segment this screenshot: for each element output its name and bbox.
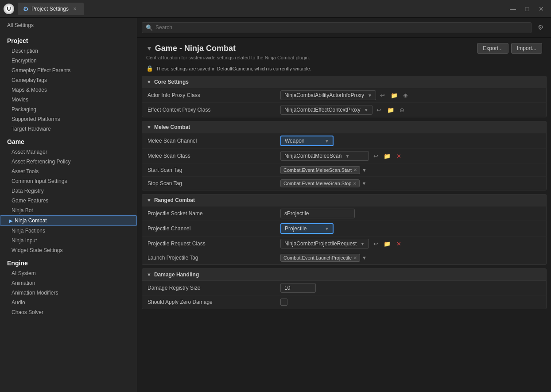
projectile-channel-dropdown[interactable]: Projectile ▼ bbox=[280, 223, 334, 234]
start-scan-tag-item: Combat.Event.MeleeScan.Start ✕ bbox=[280, 166, 360, 174]
sidebar-item-maps-modes[interactable]: Maps & Modes bbox=[0, 85, 137, 95]
row-melee-scan-class: Melee Scan Class NinjaCombatMeleeScan ▼ … bbox=[142, 149, 546, 163]
settings-content: ▼ Core Settings Actor Info Proxy Class N… bbox=[137, 74, 551, 314]
value-melee-scan-channel: Weapon ▼ bbox=[280, 136, 541, 146]
ue-logo: U bbox=[4, 4, 14, 14]
sidebar-all-settings[interactable]: All Settings bbox=[0, 18, 137, 33]
row-actor-info-proxy-class: Actor Info Proxy Class NinjaCombatAbilit… bbox=[142, 88, 546, 103]
sidebar-item-ninja-bot[interactable]: Ninja Bot bbox=[0, 206, 137, 215]
section-ranged-combat: ▼ Ranged Combat Projectile Socket Name P… bbox=[142, 194, 547, 265]
start-scan-tag-container: Combat.Event.MeleeScan.Start ✕ ▼ bbox=[280, 166, 367, 174]
section-damage-handling-arrow: ▼ bbox=[147, 272, 151, 277]
projectile-channel-arrow: ▼ bbox=[325, 226, 329, 231]
sidebar-item-target-hardware[interactable]: Target Hardware bbox=[0, 124, 137, 134]
file-notice: 🔒 These settings are saved in DefaultGam… bbox=[137, 63, 551, 74]
projectile-request-browse-btn[interactable]: 📁 bbox=[382, 239, 392, 248]
effect-context-proxy-add-btn[interactable]: ⊕ bbox=[397, 105, 407, 115]
effect-context-proxy-class-value: NinjaCombatEffectContextProxy bbox=[284, 107, 361, 113]
section-ranged-combat-title: Ranged Combat bbox=[154, 197, 195, 203]
import-button[interactable]: Import... bbox=[511, 43, 542, 54]
row-projectile-socket-name: Projectile Socket Name bbox=[142, 206, 546, 221]
sidebar-item-ninja-combat[interactable]: ▶ Ninja Combat bbox=[0, 215, 137, 226]
main-layout: All Settings Project Description Encrypt… bbox=[0, 18, 551, 392]
melee-scan-class-edit-btn[interactable]: ↩ bbox=[371, 151, 380, 161]
launch-projectile-tag-remove[interactable]: ✕ bbox=[353, 256, 357, 260]
maximize-button[interactable]: □ bbox=[521, 3, 533, 15]
melee-scan-channel-dropdown[interactable]: Weapon ▼ bbox=[280, 136, 334, 146]
file-notice-text: These settings are saved in DefaultGame.… bbox=[156, 66, 311, 71]
stop-scan-tag-remove[interactable]: ✕ bbox=[353, 181, 357, 186]
melee-scan-channel-arrow: ▼ bbox=[325, 139, 329, 144]
page-title-arrow-icon[interactable]: ▼ bbox=[146, 45, 152, 52]
start-scan-tag-remove[interactable]: ✕ bbox=[353, 167, 357, 172]
stop-scan-tag-expand[interactable]: ▼ bbox=[361, 181, 366, 186]
projectile-request-edit-btn[interactable]: ↩ bbox=[371, 239, 380, 248]
section-melee-combat-header[interactable]: ▼ Melee Combat bbox=[142, 121, 546, 133]
sidebar-item-chaos-solver[interactable]: Chaos Solver bbox=[0, 307, 137, 317]
melee-scan-class-browse-btn[interactable]: 📁 bbox=[382, 151, 392, 161]
sidebar-item-supported-platforms[interactable]: Supported Platforms bbox=[0, 114, 137, 124]
melee-scan-class-selector[interactable]: NinjaCombatMeleeScan ▼ bbox=[280, 151, 369, 161]
row-start-scan-tag: Start Scan Tag Combat.Event.MeleeScan.St… bbox=[142, 163, 546, 177]
sidebar-item-game-features[interactable]: Game Features bbox=[0, 196, 137, 206]
start-scan-tag-expand[interactable]: ▼ bbox=[362, 167, 367, 173]
minimize-button[interactable]: — bbox=[507, 3, 519, 15]
projectile-request-delete-btn[interactable]: ✕ bbox=[394, 239, 404, 248]
damage-registry-size-input[interactable] bbox=[280, 283, 316, 293]
title-bar-tab[interactable]: ⚙ Project Settings × bbox=[18, 3, 84, 15]
section-ranged-combat-header[interactable]: ▼ Ranged Combat bbox=[142, 194, 546, 206]
row-effect-context-proxy-class: Effect Context Proxy Class NinjaCombatEf… bbox=[142, 103, 546, 117]
actor-info-proxy-class-selector[interactable]: NinjaCombatAbilityActorInfoProxy ▼ bbox=[280, 90, 376, 100]
sidebar-item-ai-system[interactable]: AI System bbox=[0, 268, 137, 278]
export-button[interactable]: Export... bbox=[477, 43, 508, 54]
effect-context-proxy-browse-btn[interactable]: 📁 bbox=[386, 105, 396, 115]
sidebar-item-packaging[interactable]: Packaging bbox=[0, 105, 137, 114]
section-core-settings-header[interactable]: ▼ Core Settings bbox=[142, 76, 546, 88]
sidebar-item-asset-referencing-policy[interactable]: Asset Referencing Policy bbox=[0, 157, 137, 167]
should-apply-zero-damage-checkbox[interactable] bbox=[280, 299, 287, 306]
melee-scan-class-delete-btn[interactable]: ✕ bbox=[394, 151, 404, 161]
projectile-socket-name-input[interactable] bbox=[280, 209, 355, 218]
sidebar-item-gameplay-effect-parents[interactable]: Gameplay Effect Parents bbox=[0, 66, 137, 75]
launch-projectile-tag-expand[interactable]: ▼ bbox=[362, 255, 367, 260]
effect-context-proxy-class-selector[interactable]: NinjaCombatEffectContextProxy ▼ bbox=[280, 105, 373, 115]
section-damage-handling-header[interactable]: ▼ Damage Handling bbox=[142, 269, 546, 281]
page-title-text: Game - Ninja Combat bbox=[155, 44, 236, 53]
sidebar-item-animation[interactable]: Animation bbox=[0, 278, 137, 288]
title-bar: U ⚙ Project Settings × — □ ✕ bbox=[0, 0, 551, 18]
label-effect-context-proxy-class: Effect Context Proxy Class bbox=[147, 107, 280, 113]
value-projectile-channel: Projectile ▼ bbox=[280, 223, 541, 234]
search-input[interactable] bbox=[155, 24, 528, 31]
actor-info-proxy-browse-btn[interactable]: 📁 bbox=[389, 90, 399, 100]
effect-context-proxy-edit-btn[interactable]: ↩ bbox=[374, 105, 384, 115]
sidebar-item-movies[interactable]: Movies bbox=[0, 95, 137, 105]
sidebar-item-common-input-settings[interactable]: Common Input Settings bbox=[0, 176, 137, 186]
value-damage-registry-size bbox=[280, 283, 541, 293]
projectile-request-class-selector[interactable]: NinjaCombatProjectileRequest ▼ bbox=[280, 239, 369, 248]
sidebar-item-data-registry[interactable]: Data Registry bbox=[0, 186, 137, 196]
sidebar-item-widget-state-settings[interactable]: Widget State Settings bbox=[0, 245, 137, 255]
page-subtitle: Central location for system-wide setting… bbox=[146, 55, 542, 60]
sidebar-item-ninja-factions[interactable]: Ninja Factions bbox=[0, 226, 137, 236]
sidebar-item-asset-manager[interactable]: Asset Manager bbox=[0, 147, 137, 157]
row-melee-scan-channel: Melee Scan Channel Weapon ▼ bbox=[142, 133, 546, 149]
tab-close-button[interactable]: × bbox=[71, 5, 78, 12]
section-ranged-combat-arrow: ▼ bbox=[147, 198, 151, 203]
sidebar-item-encryption[interactable]: Encryption bbox=[0, 56, 137, 66]
sidebar-item-gameplaytags[interactable]: GameplayTags bbox=[0, 75, 137, 85]
value-should-apply-zero-damage bbox=[280, 299, 541, 306]
close-window-button[interactable]: ✕ bbox=[535, 3, 547, 15]
projectile-request-class-value: NinjaCombatProjectileRequest bbox=[284, 241, 357, 247]
actor-info-proxy-edit-btn[interactable]: ↩ bbox=[378, 90, 388, 100]
sidebar-item-ninja-input[interactable]: Ninja Input bbox=[0, 236, 137, 245]
label-should-apply-zero-damage: Should Apply Zero Damage bbox=[147, 299, 280, 305]
sidebar-item-asset-tools[interactable]: Asset Tools bbox=[0, 167, 137, 176]
sidebar-item-description[interactable]: Description bbox=[0, 46, 137, 56]
sidebar-item-animation-modifiers[interactable]: Animation Modifiers bbox=[0, 288, 137, 298]
actor-info-proxy-add-btn[interactable]: ⊕ bbox=[401, 90, 411, 100]
section-melee-combat: ▼ Melee Combat Melee Scan Channel Weapon… bbox=[142, 121, 547, 190]
sidebar-item-audio[interactable]: Audio bbox=[0, 298, 137, 307]
value-start-scan-tag: Combat.Event.MeleeScan.Start ✕ ▼ bbox=[280, 166, 541, 174]
title-bar-controls: — □ ✕ bbox=[507, 3, 547, 15]
search-settings-gear[interactable]: ⚙ bbox=[534, 21, 547, 34]
